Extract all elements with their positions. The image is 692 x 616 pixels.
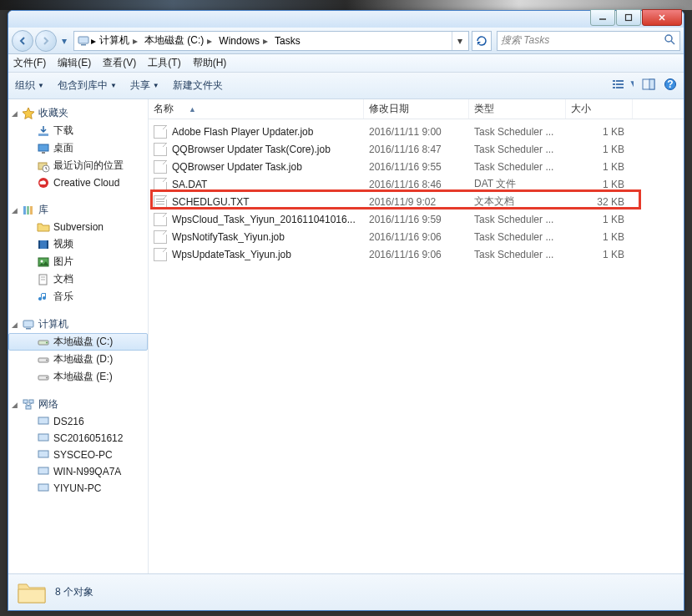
breadcrumb-segment[interactable]: Windows▸ [215,32,271,50]
svg-rect-12 [613,87,615,88]
svg-point-39 [46,341,48,343]
file-row[interactable]: WpsUpdateTask_Yiyun.job2016/11/16 9:06Ta… [149,245,684,263]
download-icon [37,124,50,138]
file-size: 1 KB [566,231,633,243]
column-date[interactable]: 修改日期 [364,99,469,119]
svg-point-32 [41,260,43,262]
svg-rect-16 [649,79,654,89]
svg-rect-21 [42,152,45,154]
search-input[interactable]: 搜索 Tasks [497,31,680,51]
sidebar-item-network-host[interactable]: YIYUN-PC [8,480,148,497]
svg-rect-51 [38,451,48,457]
sidebar-item-music[interactable]: 音乐 [8,288,148,305]
sidebar-item-drive-d[interactable]: 本地磁盘 (D:) [8,351,148,368]
sidebar-item-drive-e[interactable]: 本地磁盘 (E:) [8,368,148,386]
breadcrumb-segment[interactable]: 计算机▸ [96,32,141,50]
menu-file[interactable]: 文件(F) [13,56,46,70]
history-dropdown[interactable]: ▾ [58,35,70,47]
drive-icon [37,353,50,366]
file-type: DAT 文件 [469,177,566,191]
sidebar-item-network-host[interactable]: WIN-N99QA7A [8,463,148,480]
view-mode-button[interactable]: ▼ [612,78,634,93]
sidebar-item-drive-c[interactable]: 本地磁盘 (C:) [8,333,148,351]
recent-icon [37,159,50,173]
libraries-header[interactable]: ◢库 [8,201,148,219]
menu-edit[interactable]: 编辑(E) [58,56,91,70]
preview-pane-button[interactable] [642,78,655,93]
documents-icon [37,273,50,286]
svg-rect-27 [30,206,33,215]
share-button[interactable]: 共享▼ [130,78,159,93]
close-button[interactable] [642,9,682,26]
breadcrumb-segment[interactable]: 本地磁盘 (C:)▸ [141,32,215,50]
sidebar-item-subversion[interactable]: Subversion [8,219,148,235]
forward-button[interactable] [35,30,57,52]
file-icon [154,160,167,174]
folder-icon [17,579,47,606]
file-row[interactable]: WpsNotifyTask_Yiyun.job2016/11/16 9:06Ta… [149,228,684,245]
favorites-header[interactable]: ◢收藏夹 [8,104,148,122]
newfolder-button[interactable]: 新建文件夹 [173,78,223,93]
file-size: 1 KB [566,179,633,190]
file-row[interactable]: WpsCloud_Task_Yiyun_201611041016...2016/… [149,210,684,228]
sidebar-item-network-host[interactable]: SC2016051612 [8,430,148,447]
file-list[interactable]: Adobe Flash Player Updater.job2016/11/11… [149,119,684,573]
file-row[interactable]: SA.DAT2016/11/16 8:46DAT 文件1 KB [149,175,684,193]
svg-rect-11 [616,83,624,85]
menu-tools[interactable]: 工具(T) [148,56,180,70]
sidebar-item-network-host[interactable]: SYSCEO-PC [8,447,148,463]
organize-button[interactable]: 组织▼ [15,78,44,93]
back-button[interactable] [12,30,33,52]
file-size: 1 KB [566,144,633,155]
navigation-pane[interactable]: ◢收藏夹 下载 桌面 最近访问的位置 Creative Cloud ◢库 Sub… [8,99,149,573]
sidebar-item-creative-cloud[interactable]: Creative Cloud [8,174,148,191]
column-size[interactable]: 大小 [566,99,633,119]
refresh-button[interactable] [472,31,492,51]
sidebar-item-desktop[interactable]: 桌面 [8,139,148,157]
sidebar-item-recent[interactable]: 最近访问的位置 [8,157,148,174]
file-date: 2016/11/16 9:59 [364,214,469,225]
minimize-button[interactable] [590,9,615,26]
file-row[interactable]: QQBrowser Updater Task.job2016/11/16 9:5… [149,158,684,175]
sidebar-item-documents[interactable]: 文档 [8,270,148,288]
file-row[interactable]: SCHEDLGU.TXT2016/11/9 9:02文本文档32 KB [149,193,684,210]
network-header[interactable]: ◢网络 [8,396,148,413]
svg-rect-10 [613,83,615,85]
svg-line-7 [671,41,674,44]
include-button[interactable]: 包含到库中▼ [58,78,117,93]
breadcrumb-segment[interactable]: Tasks [271,32,304,50]
file-icon [154,213,167,226]
file-row[interactable]: QQBrowser Updater Task(Core).job2016/11/… [149,140,684,158]
help-button[interactable]: ? [664,78,677,93]
computer-header[interactable]: ◢计算机 [8,316,148,333]
music-icon [37,290,50,304]
file-row[interactable]: Adobe Flash Player Updater.job2016/11/11… [149,123,684,140]
menubar: 文件(F) 编辑(E) 查看(V) 工具(T) 帮助(H) [8,54,684,73]
sidebar-item-videos[interactable]: 视频 [8,235,148,253]
sidebar-item-downloads[interactable]: 下载 [8,122,148,139]
file-size: 1 KB [566,214,633,225]
statusbar: 8 个对象 [8,573,684,610]
column-name[interactable]: 名称▲ [149,99,364,119]
maximize-button[interactable] [616,9,641,26]
svg-text:?: ? [667,78,673,90]
computer-icon [37,448,50,462]
breadcrumb[interactable]: ▸ 计算机▸ 本地磁盘 (C:)▸ Windows▸ Tasks ▾ [73,31,469,51]
titlebar[interactable] [8,11,684,28]
path-dropdown[interactable]: ▾ [452,32,467,50]
file-size: 1 KB [566,249,633,260]
libraries-icon [22,204,35,217]
creative-cloud-icon [37,176,50,189]
explorer-window: ▾ ▸ 计算机▸ 本地磁盘 (C:)▸ Windows▸ Tasks ▾ 搜索 … [8,10,684,611]
sidebar-item-pictures[interactable]: 图片 [8,253,148,270]
menu-help[interactable]: 帮助(H) [193,56,227,70]
file-size: 32 KB [566,196,633,208]
menu-view[interactable]: 查看(V) [103,56,136,70]
svg-rect-20 [38,144,48,151]
svg-rect-29 [38,240,40,249]
svg-text:▼: ▼ [629,78,634,89]
computer-icon [76,34,91,48]
sidebar-item-network-host[interactable]: DS216 [8,413,148,430]
computer-icon [37,465,50,478]
column-type[interactable]: 类型 [469,99,566,119]
